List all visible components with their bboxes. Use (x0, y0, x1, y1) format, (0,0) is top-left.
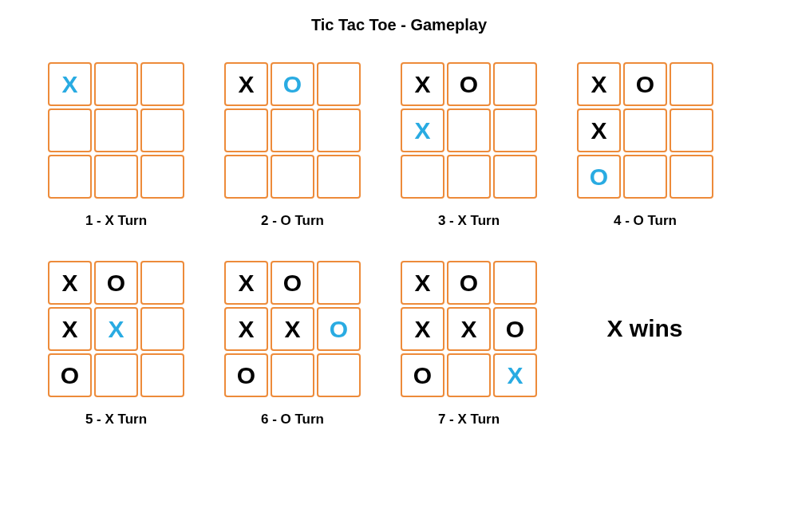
mark-o: O (506, 316, 524, 343)
cell-5[interactable] (493, 108, 537, 152)
cell-3[interactable]: X (401, 307, 444, 351)
cell-6[interactable] (48, 155, 92, 199)
cell-2[interactable] (493, 261, 537, 305)
row-1: X1 - X TurnXO2 - O TurnXOX3 - X TurnXOXO… (32, 62, 766, 229)
cell-4[interactable]: X (271, 307, 314, 351)
board-5: XOXXO5 - X Turn (48, 261, 184, 428)
cell-4[interactable] (623, 108, 667, 152)
cell-6[interactable] (401, 155, 444, 199)
cell-2[interactable] (670, 62, 713, 106)
mark-o: O (61, 362, 79, 389)
mark-o: O (330, 316, 348, 343)
mark-o: O (590, 164, 608, 191)
board-caption: 2 - O Turn (261, 213, 324, 229)
mark-o: O (636, 71, 654, 98)
cell-1[interactable]: O (447, 261, 491, 305)
cell-2[interactable] (493, 62, 537, 106)
cell-2[interactable] (317, 62, 361, 106)
cell-6[interactable]: O (48, 353, 92, 397)
cell-4[interactable] (447, 108, 491, 152)
mark-x: X (414, 270, 430, 297)
cell-4[interactable]: X (94, 307, 138, 351)
board-3: XOX3 - X Turn (401, 62, 537, 229)
cell-8[interactable] (493, 155, 537, 199)
cell-3[interactable]: X (224, 307, 268, 351)
cell-3[interactable]: X (401, 108, 444, 152)
cell-8[interactable]: X (493, 353, 537, 397)
cell-7[interactable] (94, 353, 138, 397)
cell-8[interactable] (317, 353, 361, 397)
cell-4[interactable] (94, 108, 138, 152)
cell-6[interactable]: O (577, 155, 621, 199)
board-7: XOXXOOX7 - X Turn (401, 261, 537, 428)
cell-0[interactable]: X (224, 261, 268, 305)
board-6: XOXXOO6 - O Turn (224, 261, 361, 428)
cell-3[interactable] (48, 108, 92, 152)
board-grid: XOX (401, 62, 537, 199)
cell-6[interactable]: O (401, 353, 444, 397)
cell-5[interactable]: O (317, 307, 361, 351)
cell-6[interactable]: O (224, 353, 268, 397)
board-grid: X (48, 62, 184, 199)
cell-5[interactable] (670, 108, 713, 152)
cell-7[interactable] (94, 155, 138, 199)
cell-8[interactable] (670, 155, 713, 199)
cell-7[interactable] (271, 155, 314, 199)
cell-0[interactable]: X (48, 62, 92, 106)
cell-7[interactable] (271, 353, 314, 397)
mark-x: X (238, 270, 254, 297)
cell-5[interactable] (140, 108, 184, 152)
mark-x: X (591, 71, 606, 98)
cell-7[interactable] (623, 155, 667, 199)
board-1: X1 - X Turn (48, 62, 184, 229)
mark-x: X (238, 71, 254, 98)
mark-x: X (460, 316, 476, 343)
cell-1[interactable]: O (623, 62, 667, 106)
mark-x: X (414, 117, 430, 144)
mark-o: O (283, 270, 302, 297)
cell-2[interactable] (317, 261, 361, 305)
cell-3[interactable]: X (577, 108, 621, 152)
cell-7[interactable] (447, 353, 491, 397)
cell-0[interactable]: X (401, 261, 444, 305)
mark-x: X (507, 362, 523, 389)
cell-8[interactable] (317, 155, 361, 199)
cell-2[interactable] (140, 261, 184, 305)
board-caption: 5 - X Turn (85, 412, 147, 428)
cell-6[interactable] (224, 155, 268, 199)
cell-1[interactable]: O (271, 62, 314, 106)
mark-o: O (413, 362, 432, 389)
result-panel: X wins (577, 261, 713, 396)
cell-5[interactable] (317, 108, 361, 152)
mark-o: O (237, 362, 255, 389)
cell-0[interactable]: X (577, 62, 621, 106)
mark-x: X (591, 117, 606, 144)
board-caption: 1 - X Turn (85, 213, 147, 229)
row-2: XOXXO5 - X TurnXOXXOO6 - O TurnXOXXOOX7 … (32, 261, 766, 428)
cell-0[interactable]: X (48, 261, 92, 305)
cell-5[interactable] (140, 307, 184, 351)
mark-x: X (414, 316, 430, 343)
board-grid: XOXXOOX (401, 261, 537, 397)
cell-8[interactable] (140, 353, 184, 397)
cell-7[interactable] (447, 155, 491, 199)
cell-5[interactable]: O (493, 307, 537, 351)
board-caption: 3 - X Turn (438, 213, 500, 229)
board-4: XOXO4 - O Turn (577, 62, 713, 229)
cell-4[interactable] (271, 108, 314, 152)
board-grid: XO (224, 62, 361, 199)
cell-8[interactable] (140, 155, 184, 199)
cell-4[interactable]: X (447, 307, 491, 351)
cell-1[interactable]: O (271, 261, 314, 305)
mark-x: X (238, 316, 254, 343)
cell-3[interactable] (224, 108, 268, 152)
page-title: Tic Tac Toe - Gameplay (32, 16, 766, 34)
cell-3[interactable]: X (48, 307, 92, 351)
cell-2[interactable] (140, 62, 184, 106)
cell-0[interactable]: X (401, 62, 444, 106)
mark-x: X (284, 316, 300, 343)
cell-1[interactable]: O (447, 62, 491, 106)
cell-1[interactable] (94, 62, 138, 106)
cell-1[interactable]: O (94, 261, 138, 305)
cell-0[interactable]: X (224, 62, 268, 106)
